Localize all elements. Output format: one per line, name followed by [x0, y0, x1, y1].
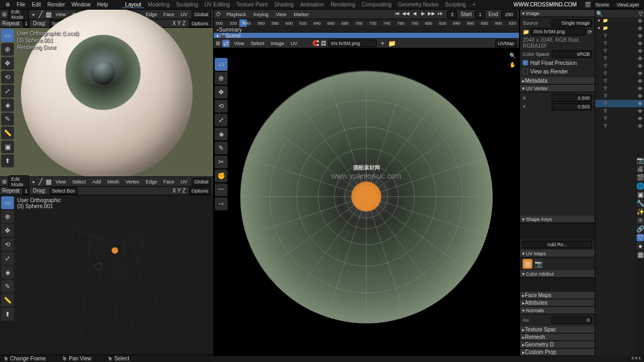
prop-tab-render[interactable]: 📷: [636, 157, 644, 164]
editor-type-icon[interactable]: ⊞: [2, 179, 6, 184]
prev-key-icon[interactable]: ◀◀: [402, 11, 409, 18]
folder-icon[interactable]: 📁: [523, 29, 529, 35]
panel-face-maps[interactable]: ▸ Face Maps: [520, 292, 595, 299]
hdr-select[interactable]: Select: [70, 179, 88, 184]
tool-measure[interactable]: 📏: [1, 127, 14, 139]
tool-move[interactable]: ✥: [1, 57, 14, 70]
prop-tab-object[interactable]: ▣: [636, 191, 644, 198]
tool-cursor[interactable]: ⊕: [1, 43, 14, 56]
tool-add-cube[interactable]: ▣: [1, 141, 14, 153]
edge-select-icon[interactable]: ╱: [38, 11, 43, 18]
hdr-edge[interactable]: Edge: [143, 179, 159, 184]
options-dropdown[interactable]: Options: [189, 20, 211, 27]
tool-select-box[interactable]: ▭: [1, 29, 14, 42]
tool-extrude[interactable]: ⬆: [1, 308, 14, 321]
prop-tab-world[interactable]: 🌐: [636, 182, 644, 190]
channel-scene[interactable]: ▸ 🎬 Scene: [214, 33, 519, 39]
reload-icon[interactable]: ⟳: [588, 29, 592, 35]
tool-scale[interactable]: ⤢: [1, 85, 14, 98]
uv-y-value[interactable]: 0.503: [552, 103, 592, 110]
panel-remesh[interactable]: ▸ Remesh: [520, 334, 595, 341]
tab-rendering[interactable]: Rendering: [327, 2, 358, 8]
options-dropdown[interactable]: Options: [189, 187, 211, 195]
panel-shape-keys[interactable]: Shape Keys: [520, 216, 595, 223]
panel-uv-vertex[interactable]: UV Vertex: [520, 85, 595, 92]
tool-cursor[interactable]: ⊕: [1, 210, 14, 223]
tool-select-box[interactable]: ▭: [1, 196, 14, 209]
tab-sculpting[interactable]: Sculpting: [173, 2, 201, 8]
camera-icon[interactable]: 📷: [533, 259, 543, 269]
prop-tab-modifier[interactable]: 🔧: [636, 200, 644, 207]
prop-tab-constraint[interactable]: 🔗: [636, 225, 644, 233]
tool-annotate[interactable]: ✎: [1, 113, 14, 125]
edge-select-icon[interactable]: ╱: [38, 178, 43, 186]
tab-texture-paint[interactable]: Texture Paint: [233, 2, 270, 8]
search-icon[interactable]: 🔍: [596, 11, 603, 17]
add-relative-button[interactable]: Add Re...: [523, 241, 592, 248]
panel-texture-space[interactable]: ▸ Texture Spac: [520, 326, 595, 334]
tab-uv-editing[interactable]: UV Editing: [201, 2, 233, 8]
tl-keying[interactable]: Keying: [252, 11, 271, 18]
tool-rotate[interactable]: ⟲: [1, 238, 14, 251]
viewport-bottom[interactable]: ⊞ Edit Mode ▪ ╱ ▦ View Select Add Mesh V…: [0, 176, 213, 356]
play-icon[interactable]: ▶: [419, 11, 427, 18]
prop-tab-data[interactable]: ▽: [636, 234, 644, 241]
next-key-icon[interactable]: ▶▶: [428, 11, 435, 18]
menu-file[interactable]: File: [13, 2, 28, 8]
tool-annotate[interactable]: ✎: [1, 280, 14, 293]
tl-playback[interactable]: Playback: [224, 11, 248, 18]
view-as-render-checkbox[interactable]: [523, 69, 528, 74]
orientation-selector[interactable]: Global: [192, 11, 211, 18]
hdr-face[interactable]: Face: [161, 179, 176, 184]
menu-render[interactable]: Render: [44, 2, 68, 8]
xyz-toggle[interactable]: X Y Z: [172, 20, 186, 26]
menu-window[interactable]: Window: [68, 2, 94, 8]
tool-measure[interactable]: 📏: [1, 294, 14, 307]
scene-selector[interactable]: Scene: [593, 1, 612, 9]
tool-transform[interactable]: ◈: [1, 99, 14, 112]
tab-modeling[interactable]: Modeling: [144, 2, 173, 8]
hdr-view[interactable]: View: [54, 12, 68, 17]
panel-color-attr[interactable]: Color Attribut: [520, 270, 595, 278]
hdr-edge[interactable]: Edge: [143, 12, 159, 17]
prop-tab-texture[interactable]: ▦: [636, 251, 644, 258]
hdr-face[interactable]: Face: [161, 12, 176, 17]
viewport-top[interactable]: ⊞ Edit Mode ▪ ╱ ▦ View Select Add Mesh V…: [0, 10, 213, 176]
jump-start-icon[interactable]: ⏮: [393, 11, 401, 18]
image-path[interactable]: //Iris hrSM.png: [531, 28, 586, 35]
jump-end-icon[interactable]: ⏭: [436, 11, 444, 18]
timeline-ruler[interactable]: 3 500 520 540 560 580 600 620 640 660 68…: [214, 19, 519, 27]
end-frame[interactable]: 250: [501, 11, 517, 18]
tl-marker[interactable]: Marker: [291, 11, 311, 18]
face-select-icon[interactable]: ▦: [46, 11, 52, 18]
au-value[interactable]: 0: [552, 316, 592, 324]
panel-uv-maps[interactable]: UV Maps: [520, 250, 595, 257]
hdr-mesh[interactable]: Mesh: [105, 179, 121, 184]
play-reverse-icon[interactable]: ◀: [411, 11, 418, 18]
repeat-value[interactable]: 1: [23, 20, 30, 27]
viewlayer-selector[interactable]: ViewLayer: [614, 1, 642, 9]
channel-summary[interactable]: ▸ Summary: [214, 27, 519, 33]
panel-image[interactable]: Image: [520, 10, 595, 17]
tab-layout[interactable]: Layout: [122, 2, 144, 8]
tool-transform[interactable]: ◈: [1, 266, 14, 279]
prop-tab-material[interactable]: ●: [636, 242, 644, 250]
tool-extrude[interactable]: ⬆: [1, 154, 14, 167]
tab-compositing[interactable]: Compositing: [358, 2, 395, 8]
menu-edit[interactable]: Edit: [28, 2, 44, 8]
tab-add[interactable]: +: [469, 2, 479, 8]
editor-type-icon[interactable]: ⊞: [2, 11, 6, 17]
tab-animation[interactable]: Animation: [297, 2, 327, 8]
timeline-editor-icon[interactable]: ⏱: [216, 11, 221, 17]
uv-editor[interactable]: ⊞ ⇄ View Select Image UV 🧲 🖼 Iris hrSM.p…: [214, 39, 519, 356]
vertex-select-icon[interactable]: ▪: [31, 178, 36, 186]
half-float-checkbox[interactable]: ✓: [523, 60, 528, 65]
colorspace-value[interactable]: sRGB: [552, 50, 592, 58]
prop-tab-physics[interactable]: ⚛: [636, 217, 644, 224]
panel-geometry-data[interactable]: ▸ Geometry D: [520, 341, 595, 349]
start-frame[interactable]: 1: [475, 11, 485, 18]
hdr-vertex[interactable]: Vertex: [123, 179, 142, 184]
prop-tab-scene[interactable]: 🎬: [636, 174, 644, 181]
tool-rotate[interactable]: ⟲: [1, 71, 14, 84]
tab-geometry-nodes[interactable]: Geometry Nodes: [395, 2, 442, 8]
